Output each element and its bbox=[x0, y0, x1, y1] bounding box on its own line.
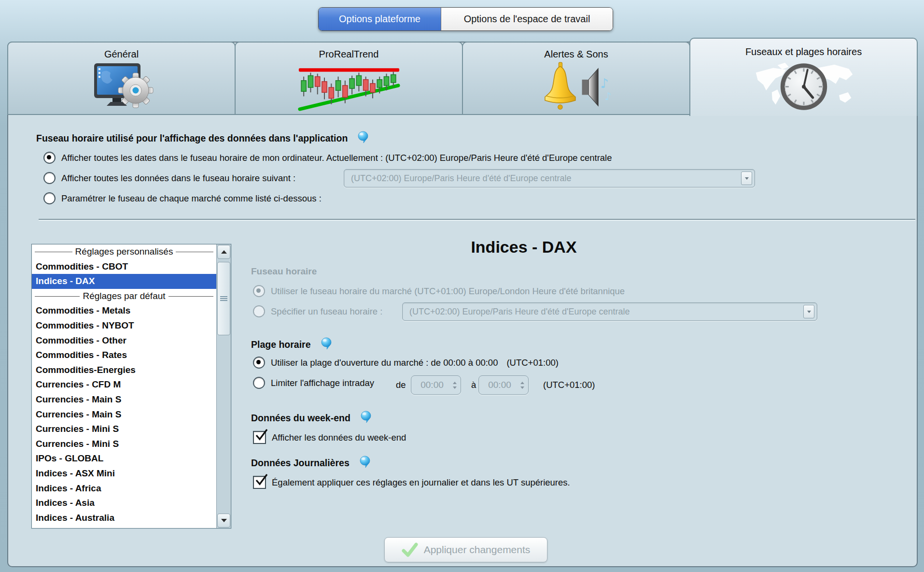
help-balloon-icon bbox=[360, 411, 372, 426]
svg-text:♪: ♪ bbox=[600, 75, 608, 90]
weekend-heading-text: Données du week-end bbox=[251, 413, 350, 424]
market-list-item[interactable]: Commodities - Metals bbox=[32, 303, 216, 318]
market-group-header: Réglages personnalisés bbox=[32, 244, 216, 259]
green-check-icon bbox=[402, 543, 418, 557]
option-custom-timezone-label: Afficher toutes les données dans le fuse… bbox=[61, 173, 295, 184]
weekend-heading: Données du week-end bbox=[251, 411, 372, 426]
scroll-track[interactable] bbox=[217, 259, 231, 513]
svg-text:♪: ♪ bbox=[604, 90, 611, 102]
tab-options-plateforme[interactable]: Options plateforme bbox=[319, 8, 441, 30]
section-divider bbox=[39, 219, 915, 221]
radio-custom-timezone[interactable] bbox=[43, 172, 56, 184]
tab-options-espace-travail[interactable]: Options de l'espace de travail bbox=[441, 8, 613, 30]
tab-fuseaux-horaires-label: Fuseaux et plages horaires bbox=[690, 46, 917, 57]
market-list: Réglages personnalisésCommodities - CBOT… bbox=[31, 244, 231, 529]
tab-alertes-sons-label: Alertes & Sons bbox=[463, 49, 689, 60]
option-custom-timezone[interactable]: Afficher toutes les données dans le fuse… bbox=[43, 172, 295, 184]
market-list-item[interactable]: Indices - Asia bbox=[32, 496, 216, 511]
tab-general-label: Général bbox=[8, 49, 235, 60]
radio-market-timezone bbox=[253, 285, 265, 297]
market-list-item[interactable]: Indices - ASX Mini bbox=[32, 466, 216, 481]
apply-changes-label: Appliquer changements bbox=[424, 544, 531, 556]
market-list-item[interactable]: Indices - DAX bbox=[32, 274, 216, 289]
option-per-market-timezone-label: Paramétrer le fuseau de chaque marché co… bbox=[61, 193, 322, 204]
arrow-down-icon bbox=[221, 519, 227, 522]
scroll-up-button[interactable] bbox=[217, 245, 230, 259]
market-list-item[interactable]: Currencies - Main S bbox=[32, 392, 216, 407]
weekend-checkbox[interactable] bbox=[253, 431, 266, 444]
option-market-open-range-label: Utiliser la plage d'ouverture du marché … bbox=[271, 358, 498, 368]
candlestick-trend-icon bbox=[236, 61, 462, 112]
option-market-timezone: Utiliser le fuseau horaire du marché (UT… bbox=[253, 285, 625, 297]
detail-timezone-heading: Fuseau horaire bbox=[251, 266, 317, 277]
market-list-item[interactable]: Commodities-Energies bbox=[32, 363, 216, 378]
option-limit-intraday-label: Limiter l'affichage intraday bbox=[271, 378, 374, 388]
market-list-item[interactable]: Indices - Australia bbox=[32, 511, 216, 526]
limit-intraday-timezone: (UTC+01:00) bbox=[543, 380, 595, 390]
custom-timezone-dropdown-value: (UTC+02:00) Europe/Paris Heure d'été d'E… bbox=[344, 173, 741, 184]
help-balloon-icon bbox=[359, 456, 371, 471]
market-list-item[interactable]: Commodities - CBOT bbox=[32, 259, 216, 274]
option-per-market-timezone[interactable]: Paramétrer le fuseau de chaque marché co… bbox=[43, 192, 322, 204]
radio-computer-timezone[interactable] bbox=[43, 152, 56, 164]
timezone-section-heading-text: Fuseau horaire utilisé pour l'affichage … bbox=[36, 133, 348, 144]
tab-prorealtrend[interactable]: ProRealTrend bbox=[235, 42, 463, 115]
radio-specify-timezone bbox=[253, 305, 265, 317]
market-list-item[interactable]: Currencies - Mini S bbox=[32, 437, 216, 452]
radio-per-market-timezone[interactable] bbox=[43, 192, 56, 204]
tab-fuseaux-horaires[interactable]: Fuseaux et plages horaires bbox=[689, 38, 918, 116]
bell-speaker-icon: ♪ ♪ bbox=[463, 61, 689, 112]
intraday-to-value: 00:00 bbox=[479, 380, 520, 390]
dropdown-arrow-button bbox=[741, 172, 752, 185]
to-connector-label: à bbox=[471, 380, 476, 390]
timezone-section-heading: Fuseau horaire utilisé pour l'affichage … bbox=[36, 131, 369, 146]
market-list-item[interactable]: Indices - Africa bbox=[32, 481, 216, 496]
range-heading-text: Plage horaire bbox=[251, 339, 311, 350]
daily-heading-text: Données Journalières bbox=[251, 458, 350, 469]
option-market-open-range[interactable]: Utiliser la plage d'ouverture du marché … bbox=[253, 357, 559, 369]
market-list-item[interactable]: Currencies - CFD M bbox=[32, 377, 216, 392]
daily-checkbox-row[interactable]: Également appliquer ces réglages en jour… bbox=[253, 476, 570, 489]
option-computer-timezone[interactable]: Afficher toutes les dates dans le fuseau… bbox=[43, 152, 612, 164]
option-market-timezone-label: Utiliser le fuseau horaire du marché (UT… bbox=[271, 286, 625, 297]
market-open-range-timezone: (UTC+01:00) bbox=[506, 358, 558, 368]
radio-market-open-range[interactable] bbox=[253, 357, 265, 369]
market-list-item[interactable]: Indices - European bbox=[32, 525, 216, 528]
market-list-item[interactable]: Commodities - Rates bbox=[32, 348, 216, 363]
scroll-down-button[interactable] bbox=[217, 514, 230, 528]
help-balloon-icon bbox=[357, 131, 369, 146]
daily-checkbox-label: Également appliquer ces réglages en jour… bbox=[272, 477, 570, 488]
intraday-from-stepper: 00:00 bbox=[411, 375, 461, 395]
radio-limit-intraday[interactable] bbox=[253, 377, 265, 389]
market-list-item[interactable]: IPOs - GLOBAL bbox=[32, 451, 216, 466]
specify-timezone-dropdown-value: (UTC+02:00) Europe/Paris Heure d'été d'E… bbox=[403, 307, 803, 317]
daily-checkbox[interactable] bbox=[253, 476, 266, 489]
detail-title: Indices - DAX bbox=[232, 238, 816, 257]
market-list-item[interactable]: Currencies - Mini S bbox=[32, 422, 216, 437]
from-connector-label: de bbox=[396, 380, 406, 390]
specify-timezone-dropdown: (UTC+02:00) Europe/Paris Heure d'été d'E… bbox=[402, 302, 817, 321]
weekend-checkbox-row[interactable]: Afficher les données du week-end bbox=[253, 431, 406, 444]
market-list-item[interactable]: Commodities - NYBOT bbox=[32, 318, 216, 333]
monitor-gear-icon bbox=[8, 61, 235, 112]
intraday-to-stepper: 00:00 bbox=[478, 375, 529, 395]
arrow-up-icon bbox=[221, 250, 227, 254]
market-list-scrollbar[interactable] bbox=[216, 244, 231, 528]
tab-general[interactable]: Général bbox=[7, 42, 236, 115]
tab-alertes-sons[interactable]: Alertes & Sons ♪ ♪ bbox=[462, 42, 690, 115]
daily-heading: Données Journalières bbox=[251, 456, 371, 471]
scroll-thumb[interactable] bbox=[217, 262, 230, 335]
market-list-item[interactable]: Currencies - Main S bbox=[32, 407, 216, 422]
option-specify-timezone: Spécifier un fuseau horaire : bbox=[253, 305, 382, 317]
intraday-from-value: 00:00 bbox=[411, 380, 453, 390]
market-list-item[interactable]: Commodities - Other bbox=[32, 333, 216, 348]
apply-changes-button[interactable]: Appliquer changements bbox=[384, 537, 547, 562]
option-limit-intraday[interactable]: Limiter l'affichage intraday bbox=[253, 377, 374, 389]
category-tab-bar: Général bbox=[7, 42, 918, 115]
stepper-arrows-icon bbox=[453, 382, 457, 389]
option-computer-timezone-label: Afficher toutes les dates dans le fuseau… bbox=[61, 153, 612, 163]
tab-prorealtrend-label: ProRealTrend bbox=[236, 49, 462, 60]
world-clock-icon bbox=[690, 57, 917, 114]
stepper-arrows-icon bbox=[520, 382, 524, 389]
top-tab-bar: Options plateforme Options de l'espace d… bbox=[318, 7, 613, 31]
